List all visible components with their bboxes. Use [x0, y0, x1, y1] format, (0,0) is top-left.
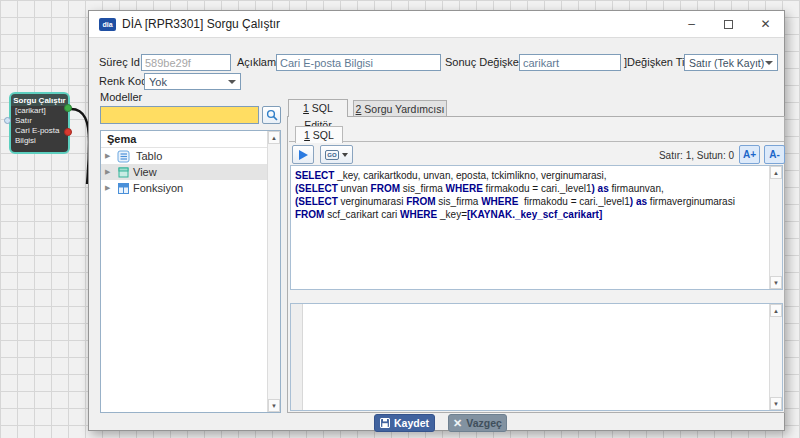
play-icon: [299, 150, 308, 160]
scroll-down-icon[interactable]: ▼: [268, 399, 280, 412]
schema-tree-panel: Şema ▶ Tablo Tablo ▶ View: [100, 130, 281, 413]
cursor-position-status: Satır: 1, Sutun: 0: [659, 150, 734, 161]
inner-tab-strip: [289, 125, 784, 142]
scroll-up-icon[interactable]: ▲: [770, 304, 782, 317]
maximize-button[interactable]: [710, 11, 747, 37]
scroll-down-icon[interactable]: ▼: [770, 276, 782, 289]
query-run-dialog: dia DİA [RPR3301] Sorgu Çalıştır – ✕ Sür…: [88, 10, 785, 431]
minimize-button[interactable]: –: [673, 11, 710, 37]
app-logo-icon: dia: [99, 18, 116, 31]
cancel-button[interactable]: ✕ Vazgeç: [448, 414, 507, 432]
go-limit-button[interactable]: GO: [320, 145, 353, 164]
tab-sorgu-yardimcisi[interactable]: 2 Sorgu Yardımcısı: [353, 100, 447, 117]
expand-arrow-icon[interactable]: ▶: [105, 168, 114, 176]
font-decrease-button[interactable]: A-: [764, 145, 785, 164]
node-error-port[interactable]: [64, 128, 72, 136]
node-input-port[interactable]: [4, 117, 11, 124]
surec-id-label: Süreç Id: [99, 56, 138, 68]
chevron-down-icon: [342, 153, 348, 157]
model-search-input[interactable]: [100, 106, 259, 124]
expand-arrow-icon[interactable]: ▶: [105, 184, 114, 192]
tree-label-tablo: Tablo: [136, 150, 162, 162]
node-line: Bilgisi: [11, 136, 68, 146]
floppy-disk-icon: [380, 418, 390, 428]
sql-editor[interactable]: SELECT _key, carikartkodu, unvan, eposta…: [290, 165, 783, 290]
run-query-button[interactable]: [292, 145, 314, 164]
maximize-icon: [724, 20, 733, 29]
renk-kodu-value: Yok: [149, 76, 167, 88]
schema-header: Şema: [101, 131, 280, 148]
workflow-node-sorgu-calistir[interactable]: Sorgu Çalıştır [carikart] Satır Cari E-p…: [9, 92, 70, 154]
scroll-up-icon[interactable]: ▲: [268, 131, 280, 144]
tree-row-fonksiyon[interactable]: ▶ Fonksiyon: [101, 180, 267, 196]
renk-kodu-select[interactable]: Yok: [144, 73, 241, 90]
degisken-tipi-value: Satır (Tek Kayıt): [689, 57, 764, 69]
tree-row-tablo[interactable]: ▶ Tablo Tablo: [101, 148, 267, 164]
workflow-canvas: Sorgu Çalıştır [carikart] Satır Cari E-p…: [0, 0, 800, 438]
search-icon: [266, 109, 278, 121]
chevron-down-icon: [228, 80, 236, 84]
surec-id-field[interactable]: [141, 54, 231, 71]
save-label: Kaydet: [394, 417, 429, 429]
modeller-label: Modeller: [100, 91, 142, 103]
function-icon: [117, 182, 130, 195]
close-button[interactable]: ✕: [747, 11, 784, 37]
renk-kodu-label: Renk Kodu: [99, 75, 141, 87]
result-scrollbar[interactable]: ▲ ▼: [769, 304, 782, 410]
font-increase-button[interactable]: A+: [739, 145, 760, 164]
tree-label-view: View: [133, 166, 157, 178]
degisken-tipi-label: ]Değişken Tipi: [624, 56, 693, 68]
tree-scrollbar[interactable]: ▲ ▼: [267, 131, 280, 412]
expand-arrow-icon[interactable]: ▶: [105, 152, 114, 160]
window-title: DİA [RPR3301] Sorgu Çalıştır: [122, 17, 280, 31]
node-line: Cari E-posta: [11, 126, 68, 136]
node-success-port[interactable]: [64, 104, 72, 112]
sonuc-degiskeni-field[interactable]: [519, 54, 621, 71]
degisken-tipi-select[interactable]: Satır (Tek Kayıt): [684, 54, 778, 71]
title-bar[interactable]: dia DİA [RPR3301] Sorgu Çalıştır – ✕: [89, 11, 784, 38]
sql-editor-scrollbar[interactable]: ▲ ▼: [769, 166, 782, 289]
view-icon: [117, 166, 130, 179]
scroll-down-icon[interactable]: ▼: [770, 397, 782, 410]
x-icon: ✕: [453, 417, 462, 430]
aciklama-field[interactable]: [276, 54, 441, 71]
scroll-up-icon[interactable]: ▲: [770, 166, 782, 179]
node-line: Satır: [11, 116, 68, 126]
go-icon: GO: [325, 150, 338, 160]
tree-label-fonksiyon: Fonksiyon: [133, 182, 183, 194]
tree-row-view[interactable]: ▶ View: [101, 164, 267, 180]
search-button[interactable]: [262, 106, 281, 124]
save-button[interactable]: Kaydet: [374, 414, 435, 432]
node-line: [carikart]: [11, 106, 68, 116]
cancel-label: Vazgeç: [466, 417, 502, 429]
result-output-area[interactable]: ▲ ▼: [290, 303, 783, 411]
chevron-down-icon: [765, 61, 773, 65]
node-title: Sorgu Çalıştır: [11, 94, 68, 106]
table-icon: [117, 150, 130, 163]
sql-code[interactable]: SELECT _key, carikartkodu, unvan, eposta…: [291, 166, 769, 289]
tab-sql[interactable]: 1 SQL: [295, 126, 343, 143]
tab-sql-editor[interactable]: 1 SQL Editör: [288, 99, 348, 117]
result-gutter: [291, 304, 303, 410]
